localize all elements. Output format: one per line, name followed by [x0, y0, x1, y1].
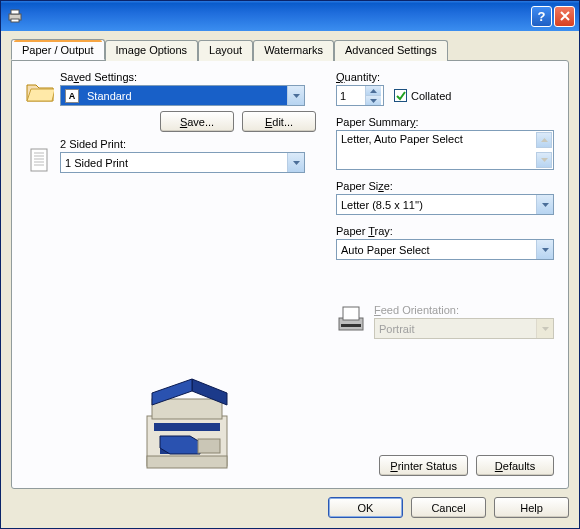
- chevron-down-icon[interactable]: [287, 86, 304, 105]
- feed-orientation-value: Portrait: [375, 323, 536, 335]
- paper-summary-box: Letter, Auto Paper Select: [336, 130, 554, 170]
- two-sided-print-label: 2 Sided Print:: [60, 138, 316, 150]
- svg-rect-3: [31, 149, 47, 171]
- svg-rect-15: [152, 399, 222, 419]
- svg-rect-2: [11, 19, 19, 22]
- document-icon: [26, 148, 54, 172]
- saved-settings-value: Standard: [83, 90, 287, 102]
- check-icon: [394, 89, 407, 102]
- paper-summary-label: Paper Summary:: [336, 116, 554, 128]
- scroll-up-button[interactable]: [536, 132, 552, 148]
- two-sided-print-select[interactable]: 1 Sided Print: [60, 152, 305, 173]
- saved-settings-select[interactable]: A Standard: [60, 85, 305, 106]
- folder-icon: [26, 81, 54, 105]
- chevron-down-icon[interactable]: [536, 195, 553, 214]
- paper-tray-select[interactable]: Auto Paper Select: [336, 239, 554, 260]
- edit-button[interactable]: Edit...: [242, 111, 316, 132]
- spin-up-button[interactable]: [366, 86, 381, 95]
- printer-icon: [7, 8, 23, 24]
- tab-paper-output[interactable]: Paper / Output: [11, 39, 105, 60]
- tabpage-paper-output: Saved Settings: A Standard Save... Edi: [11, 60, 569, 489]
- letter-a-icon: A: [65, 89, 79, 103]
- client-area: Paper / Output Image Options Layout Wate…: [1, 31, 579, 528]
- chevron-down-icon: [536, 319, 553, 338]
- printer-illustration: [132, 361, 252, 481]
- titlebar-help-button[interactable]: ?: [531, 6, 552, 27]
- help-button[interactable]: Help: [494, 497, 569, 518]
- quantity-label: Quantity:: [336, 71, 554, 83]
- tab-advanced-settings[interactable]: Advanced Settings: [334, 40, 448, 61]
- tabstrip: Paper / Output Image Options Layout Wate…: [11, 39, 569, 60]
- dialog-buttons: OK Cancel Help: [11, 489, 569, 518]
- quantity-input[interactable]: [337, 86, 365, 105]
- spin-down-button[interactable]: [366, 95, 381, 105]
- tab-watermarks[interactable]: Watermarks: [253, 40, 334, 61]
- paper-tray-label: Paper Tray:: [336, 225, 554, 237]
- defaults-button[interactable]: Defaults: [476, 455, 554, 476]
- scroll-down-button[interactable]: [536, 152, 552, 168]
- two-sided-print-value: 1 Sided Print: [61, 157, 287, 169]
- svg-rect-14: [154, 423, 220, 431]
- titlebar: ?: [1, 1, 579, 31]
- paper-summary-value: Letter, Auto Paper Select: [341, 133, 463, 167]
- feed-orientation-select: Portrait: [374, 318, 554, 339]
- saved-settings-label: Saved Settings:: [60, 71, 316, 83]
- quantity-stepper[interactable]: [336, 85, 384, 106]
- paper-size-value: Letter (8.5 x 11''): [337, 199, 536, 211]
- paper-size-select[interactable]: Letter (8.5 x 11''): [336, 194, 554, 215]
- tab-image-options[interactable]: Image Options: [105, 40, 199, 61]
- paper-size-label: Paper Size:: [336, 180, 554, 192]
- svg-rect-1: [11, 10, 19, 14]
- chevron-down-icon[interactable]: [536, 240, 553, 259]
- save-button[interactable]: Save...: [160, 111, 234, 132]
- feed-orientation-label: Feed Orientation:: [374, 304, 554, 316]
- chevron-down-icon[interactable]: [287, 153, 304, 172]
- print-properties-dialog: ? Paper / Output Image Options Layout Wa…: [0, 0, 580, 529]
- paper-tray-value: Auto Paper Select: [337, 244, 536, 256]
- svg-rect-10: [343, 307, 359, 320]
- tab-layout[interactable]: Layout: [198, 40, 253, 61]
- svg-rect-13: [147, 456, 227, 468]
- printer-status-button[interactable]: Printer Status: [379, 455, 468, 476]
- collated-label: Collated: [411, 90, 451, 102]
- feed-orientation-icon: [336, 304, 366, 334]
- titlebar-close-button[interactable]: [554, 6, 575, 27]
- cancel-button[interactable]: Cancel: [411, 497, 486, 518]
- svg-rect-17: [198, 439, 220, 453]
- collated-checkbox[interactable]: Collated: [394, 89, 451, 102]
- svg-rect-11: [341, 324, 361, 327]
- ok-button[interactable]: OK: [328, 497, 403, 518]
